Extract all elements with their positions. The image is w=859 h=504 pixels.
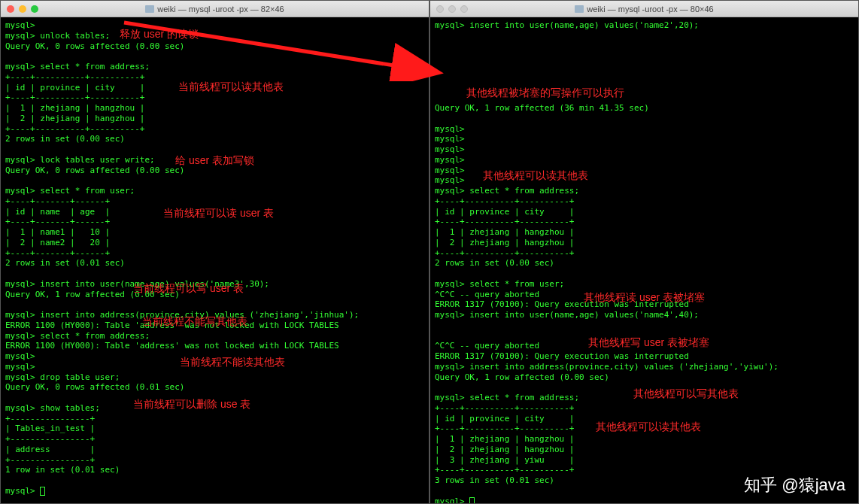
terminal-line: mysql>: [5, 20, 424, 31]
terminal-line: +----+----------+----------+: [435, 217, 854, 227]
cursor-icon: [469, 497, 475, 504]
right-terminal-body[interactable]: mysql> insert into user(name,age) values…: [430, 17, 858, 503]
terminal-line: mysql>: [435, 134, 854, 144]
terminal-line: [435, 320, 854, 331]
terminal-line: +----+----------+----------+: [5, 93, 424, 103]
annotation-text: 其他线程可以写其他表: [633, 387, 739, 401]
terminal-line: | 3 | zhejiang | yiwu |: [435, 455, 854, 466]
terminal-line: 2 rows in set (0.00 sec): [435, 258, 854, 269]
annotation-text: 当前线程不能写其他表: [142, 315, 247, 329]
cursor-icon: [40, 487, 45, 496]
terminal-line: mysql> insert into address(province,city…: [435, 362, 854, 372]
terminal-line: mysql>: [435, 155, 854, 165]
terminal-line: +----+----------+----------+: [435, 403, 854, 414]
terminal-line: Query OK, 0 rows affected (0.00 sec): [5, 41, 424, 52]
terminal-line: mysql>: [5, 486, 424, 496]
terminal-line: | address |: [5, 445, 424, 455]
terminal-line: +----+----------+----------+: [5, 124, 424, 135]
close-icon[interactable]: [7, 5, 14, 13]
title-text: weiki — mysql -uroot -px — 82×46: [157, 5, 284, 14]
maximize-icon[interactable]: [460, 5, 468, 13]
terminal-line: +----+-------+------+: [5, 248, 424, 259]
terminal-line: | 2 | zhejiang | hangzhou |: [435, 238, 854, 248]
terminal-line: [5, 144, 424, 155]
terminal-line: [435, 62, 854, 72]
terminal-line: | 2 | zhejiang | hangzhou |: [5, 114, 424, 124]
terminal-line: [435, 41, 854, 52]
terminal-line: [5, 175, 424, 186]
terminal-line: mysql> select * from address;: [435, 186, 854, 196]
annotation-text: 其他线程读 user 表被堵塞: [584, 291, 705, 305]
folder-icon: [145, 5, 154, 13]
terminal-line: | Tables_in_test |: [5, 424, 424, 434]
terminal-line: | 2 | name2 | 20 |: [5, 238, 424, 248]
terminal-line: 2 rows in set (0.01 sec): [5, 258, 424, 269]
terminal-line: Query OK, 0 rows affected (0.01 sec): [5, 382, 424, 393]
terminal-line: Query OK, 1 row affected (36 min 41.35 s…: [435, 103, 854, 114]
annotation-text: 当前线程可以删除 use 表: [133, 398, 250, 411]
terminal-line: mysql>: [435, 144, 854, 155]
window-title: weiki — mysql -uroot -px — 82×46: [145, 5, 284, 14]
terminal-line: [5, 475, 424, 486]
maximize-icon[interactable]: [31, 5, 38, 13]
terminal-line: mysql> select * from address;: [5, 62, 424, 72]
left-terminal-window: weiki — mysql -uroot -px — 82×46 mysql> …: [0, 0, 430, 504]
title-text: weiki — mysql -uroot -px — 80×46: [587, 5, 713, 14]
annotation-text: 其他线程被堵塞的写操作可以执行: [466, 87, 624, 100]
terminal-line: mysql>: [435, 496, 854, 504]
terminal-line: +----------------+: [5, 434, 424, 445]
terminal-line: mysql> drop table user;: [5, 372, 424, 383]
terminal-line: +----+----------+----------+: [435, 196, 854, 207]
watermark-text: 知乎 @猿java: [744, 474, 845, 496]
annotation-text: 当前线程可以写 user 表: [133, 282, 244, 296]
terminal-line: | 1 | zhejiang | hangzhou |: [435, 227, 854, 238]
terminal-line: | id | province | city |: [435, 207, 854, 217]
terminal-line: mysql>: [435, 124, 854, 135]
terminal-line: mysql> select * from user;: [5, 186, 424, 196]
terminal-line: +----------------+: [5, 414, 424, 424]
terminal-line: +----------------+: [5, 455, 424, 466]
terminal-line: mysql> select * from address;: [5, 331, 424, 342]
terminal-line: | 1 | zhejiang | hangzhou |: [435, 434, 854, 445]
annotation-text: 当前线程不能读其他表: [180, 356, 285, 369]
terminal-line: | 2 | zhejiang | hangzhou |: [435, 445, 854, 455]
terminal-line: [5, 299, 424, 310]
terminal-line: mysql> insert into user(name,age) values…: [435, 310, 854, 320]
terminal-line: [435, 51, 854, 62]
terminal-line: mysql> insert into user(name,age) values…: [435, 20, 854, 31]
annotation-text: 给 user 表加写锁: [175, 154, 254, 168]
window-controls: [7, 5, 38, 13]
terminal-line: [435, 114, 854, 124]
terminal-line: +----+-------+------+: [5, 196, 424, 207]
left-titlebar[interactable]: weiki — mysql -uroot -px — 82×46: [1, 1, 429, 17]
annotation-text: 其他线程写 user 表被堵塞: [588, 336, 709, 350]
window-title: weiki — mysql -uroot -px — 80×46: [575, 5, 713, 14]
terminal-line: Query OK, 1 row affected (0.00 sec): [435, 372, 854, 383]
annotation-text: 其他线程可以读其他表: [596, 421, 701, 434]
terminal-line: mysql> select * from user;: [435, 279, 854, 290]
terminal-line: ERROR 1100 (HY000): Table 'address' was …: [5, 341, 424, 351]
terminal-line: +----+----------+----------+: [435, 248, 854, 259]
minimize-icon[interactable]: [448, 5, 456, 13]
terminal-line: ERROR 1317 (70100): Query execution was …: [435, 351, 854, 362]
terminal-line: 2 rows in set (0.00 sec): [5, 134, 424, 144]
terminal-line: [435, 72, 854, 83]
annotation-text: 当前线程可以读 user 表: [163, 207, 274, 220]
terminal-line: | 1 | name1 | 10 |: [5, 227, 424, 238]
annotation-text: 当前线程可以读其他表: [178, 80, 284, 94]
close-icon[interactable]: [436, 5, 444, 13]
minimize-icon[interactable]: [19, 5, 26, 13]
window-controls: [436, 5, 468, 13]
left-terminal-body[interactable]: mysql> mysql> unlock tables;Query OK, 0 …: [1, 17, 429, 503]
terminal-line: | 1 | zhejiang | hangzhou |: [5, 103, 424, 114]
terminal-line: mysql> unlock tables;: [5, 31, 424, 41]
terminal-line: [5, 269, 424, 279]
terminal-line: [435, 269, 854, 279]
terminal-line: [435, 31, 854, 41]
folder-icon: [575, 5, 584, 13]
right-titlebar[interactable]: weiki — mysql -uroot -px — 80×46: [430, 1, 858, 17]
terminal-line: [5, 51, 424, 62]
annotation-text: 其他线程可以读其他表: [483, 169, 588, 183]
terminal-line: 1 row in set (0.01 sec): [5, 465, 424, 475]
annotation-text: 释放 user 的读锁: [120, 28, 199, 41]
